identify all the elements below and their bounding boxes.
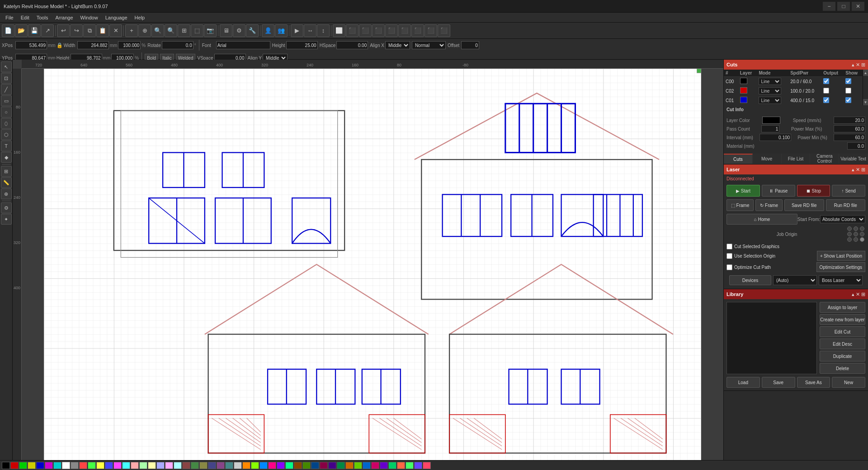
tab-cuts[interactable]: Cuts	[724, 154, 753, 164]
jo-br[interactable]	[860, 237, 864, 242]
row-output[interactable]	[821, 86, 844, 96]
draw-circle-tool[interactable]: ○	[1, 107, 12, 118]
send-button[interactable]: ↑ Send	[832, 185, 865, 197]
edit-cut-button[interactable]: Edit Cut	[820, 326, 865, 337]
zoom-in-button[interactable]: 🔍	[151, 24, 164, 37]
draw-rect-tool[interactable]: ▭	[1, 95, 12, 106]
show-check-c02[interactable]	[845, 88, 851, 94]
pal-cream[interactable]	[148, 462, 156, 469]
dist-v-button[interactable]: ⬛	[398, 24, 411, 37]
stop-button[interactable]: ⏹ Stop	[797, 185, 830, 197]
pal-amber[interactable]	[345, 462, 354, 469]
pal-navy[interactable]	[311, 462, 319, 469]
pal-purple[interactable]	[328, 462, 336, 469]
use-selection-checkbox[interactable]	[726, 253, 732, 259]
pause-button[interactable]: ⏸ Pause	[762, 185, 795, 197]
optimize-cut-checkbox[interactable]	[726, 264, 732, 270]
jo-tc[interactable]	[854, 226, 858, 231]
pal-pinkish[interactable]	[131, 462, 139, 469]
pal-chartreuse[interactable]	[354, 462, 362, 469]
pal-springgreen[interactable]	[285, 462, 293, 469]
new-button[interactable]: 📄	[2, 24, 14, 37]
flip-v-button[interactable]: ↕	[317, 24, 330, 37]
pal-gray[interactable]	[71, 462, 79, 469]
group-button[interactable]: ⬜	[333, 24, 345, 37]
create-new-from-layer-button[interactable]: Create new from layer	[820, 314, 865, 325]
pal-white[interactable]	[62, 462, 70, 469]
settings2-tool[interactable]: ⚙	[1, 202, 12, 213]
save-as-button[interactable]: Save As	[797, 377, 830, 388]
copy-button[interactable]: ⧉	[83, 24, 96, 37]
person-button[interactable]: 👤	[262, 24, 274, 37]
cuts-panel-header[interactable]: Cuts ▴ ✕ ⊞	[724, 60, 868, 70]
show-last-pos-button[interactable]: + Show Last Position	[817, 251, 865, 261]
tab-file-list[interactable]: File List	[782, 154, 811, 164]
pal-green[interactable]	[19, 462, 27, 469]
select-button[interactable]: ⬚	[191, 24, 203, 37]
cut-selected-check[interactable]: Cut Selected Graphics	[726, 244, 779, 249]
row-show[interactable]	[844, 86, 863, 96]
pal-hot-pink[interactable]	[423, 462, 431, 469]
pal-ltmagenta[interactable]	[113, 462, 122, 469]
jo-bl[interactable]	[847, 237, 852, 242]
flip-h-button[interactable]: ↔	[304, 24, 316, 37]
drawing-canvas[interactable]	[22, 69, 723, 460]
jo-mr[interactable]	[860, 232, 864, 236]
pal-blue[interactable]	[36, 462, 44, 469]
pal-dkgreen[interactable]	[191, 462, 199, 469]
pal-mint[interactable]	[406, 462, 414, 469]
start-button[interactable]: ▶ Start	[726, 185, 760, 197]
align-left-button[interactable]: ⬛	[346, 24, 359, 37]
output-check-c01[interactable]	[823, 97, 829, 103]
menu-edit[interactable]: Edit	[17, 13, 33, 23]
pal-burgundy[interactable]	[320, 462, 328, 469]
draw-ellipse-tool[interactable]: ⬯	[1, 118, 12, 129]
zoom-tool[interactable]: ⊕	[1, 188, 12, 199]
pal-olive[interactable]	[302, 462, 311, 469]
person2-button[interactable]: 👥	[275, 24, 288, 37]
export-button[interactable]: ↗	[41, 24, 54, 37]
node-button[interactable]: ⊕	[138, 24, 151, 37]
rotate-input[interactable]	[162, 41, 193, 49]
edit-desc-button[interactable]: Edit Desc	[820, 338, 865, 349]
play-button[interactable]: ▶	[291, 24, 303, 37]
save-lib-button[interactable]: Save	[762, 377, 795, 388]
menu-file[interactable]: File	[2, 13, 17, 23]
minimize-button[interactable]: −	[823, 2, 835, 11]
lock-icon[interactable]: 🔒	[57, 42, 63, 48]
pal-emerald[interactable]	[388, 462, 396, 469]
power-min-input[interactable]	[834, 134, 865, 141]
output-check-c02[interactable]	[823, 88, 829, 94]
offset-input[interactable]	[461, 41, 479, 49]
row-mode[interactable]: Line	[757, 86, 788, 96]
pal-ltgray[interactable]	[234, 462, 242, 469]
width-input[interactable]	[77, 41, 109, 49]
maximize-button[interactable]: □	[837, 2, 850, 11]
table-row[interactable]: C01 Line 400.0 / 15.0	[724, 96, 863, 105]
align-right-button[interactable]: ⬛	[372, 24, 385, 37]
laser-panel-header[interactable]: Laser ▴ ✕ ⊞	[724, 164, 868, 174]
monitor-button[interactable]: 🖥	[220, 24, 232, 37]
draw-polygon-tool[interactable]: ⬡	[1, 129, 12, 140]
font-input[interactable]	[216, 41, 270, 49]
scroll-up-btn[interactable]: ▲	[863, 70, 868, 76]
material-input[interactable]	[847, 142, 865, 150]
speed-input[interactable]	[834, 117, 865, 124]
start-from-select[interactable]: Absolute Coords Current Position User Or…	[820, 215, 865, 223]
draw-line-tool[interactable]: ╱	[1, 84, 12, 95]
library-panel-header[interactable]: Library ▴ ✕ ⊞	[724, 289, 868, 299]
menu-tools[interactable]: Tools	[33, 13, 52, 23]
pal-ltgreen2[interactable]	[139, 462, 147, 469]
mode-select-c00[interactable]: Line	[759, 78, 781, 85]
align-center-button[interactable]: ⬛	[359, 24, 372, 37]
devices-button[interactable]: Devices	[729, 275, 771, 285]
table-row[interactable]: C00 Line 20.0 / 60.0	[724, 77, 863, 86]
pal-dkred[interactable]	[182, 462, 190, 469]
height-num-input[interactable]	[286, 41, 318, 49]
pal-dkmagenta[interactable]	[217, 462, 225, 469]
menu-language[interactable]: Language	[102, 13, 131, 23]
table-row[interactable]: C02 Line 100.0 / 20.0	[724, 86, 863, 96]
pal-brown[interactable]	[294, 462, 302, 469]
opt-settings-button[interactable]: Optimization Settings	[816, 262, 866, 272]
measure-tool[interactable]: 📏	[1, 177, 12, 188]
